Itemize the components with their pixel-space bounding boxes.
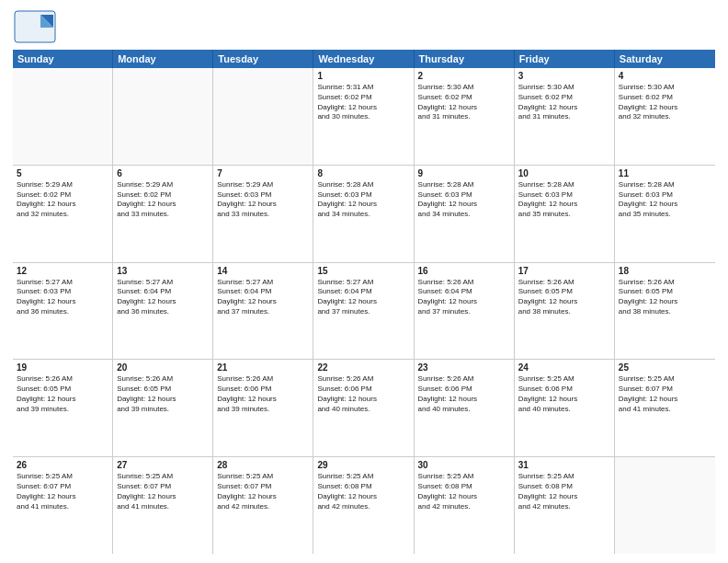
cal-cell: 25Sunrise: 5:25 AMSunset: 6:07 PMDayligh… <box>615 360 715 456</box>
cell-content: Sunrise: 5:26 AMSunset: 6:05 PMDaylight:… <box>619 278 711 317</box>
cal-cell: 11Sunrise: 5:28 AMSunset: 6:03 PMDayligh… <box>615 166 715 262</box>
day-number: 15 <box>317 266 409 276</box>
cell-content: Sunrise: 5:30 AMSunset: 6:02 PMDaylight:… <box>619 83 711 122</box>
cell-content: Sunrise: 5:25 AMSunset: 6:07 PMDaylight:… <box>217 472 309 511</box>
cal-cell <box>13 68 113 165</box>
cal-cell <box>615 457 715 554</box>
cell-content: Sunrise: 5:26 AMSunset: 6:06 PMDaylight:… <box>418 374 510 414</box>
day-number: 26 <box>17 460 108 470</box>
cal-cell: 19Sunrise: 5:26 AMSunset: 6:05 PMDayligh… <box>13 360 113 456</box>
day-header-monday: Monday <box>113 50 213 68</box>
day-number: 31 <box>518 460 610 470</box>
day-number: 28 <box>217 460 309 470</box>
day-header-saturday: Saturday <box>615 50 715 68</box>
day-header-tuesday: Tuesday <box>213 50 313 68</box>
week-row-5: 26Sunrise: 5:25 AMSunset: 6:07 PMDayligh… <box>13 457 715 554</box>
day-header-sunday: Sunday <box>13 50 113 68</box>
cal-cell: 24Sunrise: 5:25 AMSunset: 6:06 PMDayligh… <box>515 360 615 456</box>
cal-cell: 30Sunrise: 5:25 AMSunset: 6:08 PMDayligh… <box>415 457 515 554</box>
day-number: 7 <box>217 168 309 178</box>
day-number: 2 <box>418 71 510 81</box>
cell-content: Sunrise: 5:25 AMSunset: 6:08 PMDaylight:… <box>317 472 409 511</box>
day-number: 5 <box>17 168 108 178</box>
cell-content: Sunrise: 5:27 AMSunset: 6:04 PMDaylight:… <box>117 278 209 317</box>
week-row-1: 1Sunrise: 5:31 AMSunset: 6:02 PMDaylight… <box>13 68 715 166</box>
day-number: 27 <box>117 460 209 470</box>
cal-cell: 10Sunrise: 5:28 AMSunset: 6:03 PMDayligh… <box>515 166 615 262</box>
cal-cell: 23Sunrise: 5:26 AMSunset: 6:06 PMDayligh… <box>415 360 515 456</box>
cal-cell: 15Sunrise: 5:27 AMSunset: 6:04 PMDayligh… <box>313 263 414 360</box>
cell-content: Sunrise: 5:29 AMSunset: 6:02 PMDaylight:… <box>17 180 108 220</box>
cell-content: Sunrise: 5:29 AMSunset: 6:03 PMDaylight:… <box>217 180 309 220</box>
cal-cell: 26Sunrise: 5:25 AMSunset: 6:07 PMDayligh… <box>13 457 113 554</box>
day-number: 9 <box>418 168 510 178</box>
day-number: 20 <box>117 362 209 373</box>
cell-content: Sunrise: 5:26 AMSunset: 6:06 PMDaylight:… <box>317 374 409 414</box>
calendar-header: SundayMondayTuesdayWednesdayThursdayFrid… <box>13 50 715 68</box>
day-number: 18 <box>619 266 711 276</box>
calendar: SundayMondayTuesdayWednesdayThursdayFrid… <box>13 50 715 554</box>
cell-content: Sunrise: 5:28 AMSunset: 6:03 PMDaylight:… <box>518 180 610 220</box>
cal-cell <box>113 68 213 165</box>
cal-cell: 21Sunrise: 5:26 AMSunset: 6:06 PMDayligh… <box>213 360 313 456</box>
logo-icon <box>13 9 57 44</box>
cal-cell: 22Sunrise: 5:26 AMSunset: 6:06 PMDayligh… <box>313 360 414 456</box>
day-header-friday: Friday <box>515 50 615 68</box>
cal-cell: 4Sunrise: 5:30 AMSunset: 6:02 PMDaylight… <box>615 68 715 165</box>
cal-cell: 1Sunrise: 5:31 AMSunset: 6:02 PMDaylight… <box>313 68 414 165</box>
cell-content: Sunrise: 5:30 AMSunset: 6:02 PMDaylight:… <box>418 83 510 122</box>
day-number: 19 <box>17 362 108 373</box>
cal-cell: 18Sunrise: 5:26 AMSunset: 6:05 PMDayligh… <box>615 263 715 360</box>
day-header-wednesday: Wednesday <box>313 50 414 68</box>
cal-cell: 14Sunrise: 5:27 AMSunset: 6:04 PMDayligh… <box>213 263 313 360</box>
cal-cell: 8Sunrise: 5:28 AMSunset: 6:03 PMDaylight… <box>313 166 414 262</box>
day-number: 13 <box>117 266 209 276</box>
cell-content: Sunrise: 5:25 AMSunset: 6:08 PMDaylight:… <box>518 472 610 511</box>
cell-content: Sunrise: 5:26 AMSunset: 6:05 PMDaylight:… <box>518 278 610 317</box>
cell-content: Sunrise: 5:26 AMSunset: 6:04 PMDaylight:… <box>418 278 510 317</box>
cal-cell: 12Sunrise: 5:27 AMSunset: 6:03 PMDayligh… <box>13 263 113 360</box>
day-number: 6 <box>117 168 209 178</box>
day-number: 3 <box>518 71 610 81</box>
day-number: 23 <box>418 362 510 373</box>
day-number: 30 <box>418 460 510 470</box>
week-row-4: 19Sunrise: 5:26 AMSunset: 6:05 PMDayligh… <box>13 360 715 457</box>
cell-content: Sunrise: 5:27 AMSunset: 6:04 PMDaylight:… <box>217 278 309 317</box>
cal-cell: 7Sunrise: 5:29 AMSunset: 6:03 PMDaylight… <box>213 166 313 262</box>
cell-content: Sunrise: 5:28 AMSunset: 6:03 PMDaylight:… <box>619 180 711 220</box>
day-number: 29 <box>317 460 409 470</box>
cell-content: Sunrise: 5:29 AMSunset: 6:02 PMDaylight:… <box>117 180 209 220</box>
day-number: 4 <box>619 71 711 81</box>
cell-content: Sunrise: 5:28 AMSunset: 6:03 PMDaylight:… <box>317 180 409 220</box>
day-number: 10 <box>518 168 610 178</box>
day-number: 17 <box>518 266 610 276</box>
day-number: 22 <box>317 362 409 373</box>
cal-cell: 9Sunrise: 5:28 AMSunset: 6:03 PMDaylight… <box>415 166 515 262</box>
cell-content: Sunrise: 5:25 AMSunset: 6:08 PMDaylight:… <box>418 472 510 511</box>
cal-cell <box>213 68 313 165</box>
cal-cell: 31Sunrise: 5:25 AMSunset: 6:08 PMDayligh… <box>515 457 615 554</box>
cell-content: Sunrise: 5:26 AMSunset: 6:05 PMDaylight:… <box>17 374 108 414</box>
header <box>13 9 715 44</box>
cell-content: Sunrise: 5:26 AMSunset: 6:05 PMDaylight:… <box>117 374 209 414</box>
cal-cell: 17Sunrise: 5:26 AMSunset: 6:05 PMDayligh… <box>515 263 615 360</box>
day-number: 16 <box>418 266 510 276</box>
cal-cell: 20Sunrise: 5:26 AMSunset: 6:05 PMDayligh… <box>113 360 213 456</box>
cell-content: Sunrise: 5:25 AMSunset: 6:07 PMDaylight:… <box>117 472 209 511</box>
day-number: 14 <box>217 266 309 276</box>
cal-cell: 13Sunrise: 5:27 AMSunset: 6:04 PMDayligh… <box>113 263 213 360</box>
cell-content: Sunrise: 5:25 AMSunset: 6:07 PMDaylight:… <box>17 472 108 511</box>
cell-content: Sunrise: 5:27 AMSunset: 6:04 PMDaylight:… <box>317 278 409 317</box>
day-number: 12 <box>17 266 108 276</box>
calendar-body: 1Sunrise: 5:31 AMSunset: 6:02 PMDaylight… <box>13 68 715 554</box>
cell-content: Sunrise: 5:30 AMSunset: 6:02 PMDaylight:… <box>518 83 610 122</box>
cal-cell: 2Sunrise: 5:30 AMSunset: 6:02 PMDaylight… <box>415 68 515 165</box>
day-header-thursday: Thursday <box>415 50 515 68</box>
cal-cell: 6Sunrise: 5:29 AMSunset: 6:02 PMDaylight… <box>113 166 213 262</box>
week-row-3: 12Sunrise: 5:27 AMSunset: 6:03 PMDayligh… <box>13 263 715 361</box>
day-number: 1 <box>317 71 409 81</box>
day-number: 21 <box>217 362 309 373</box>
day-number: 25 <box>619 362 711 373</box>
cell-content: Sunrise: 5:25 AMSunset: 6:06 PMDaylight:… <box>518 374 610 414</box>
cal-cell: 28Sunrise: 5:25 AMSunset: 6:07 PMDayligh… <box>213 457 313 554</box>
